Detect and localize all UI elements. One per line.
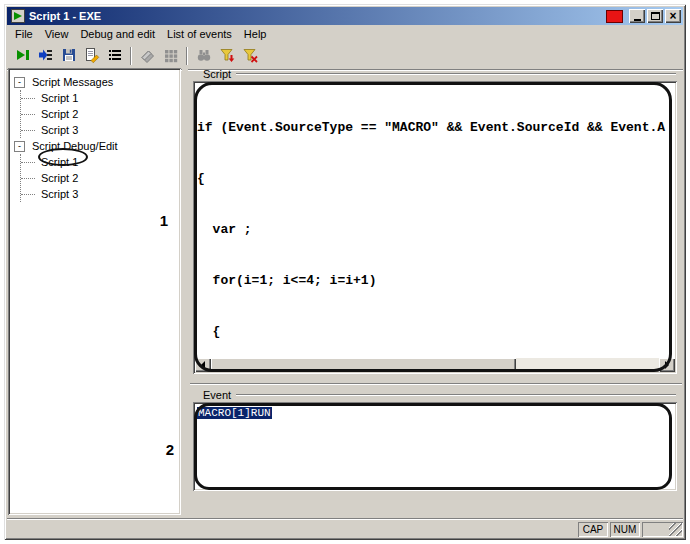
code-line: for(i=1; i<=4; i=i+1) (197, 272, 675, 289)
minimize-button[interactable] (629, 9, 645, 23)
section-divider-line (236, 394, 676, 396)
grid-icon (163, 47, 179, 66)
arrow-left-icon (197, 361, 205, 369)
caps-lock-indicator: CAP (578, 522, 608, 537)
screen: Script 1 - EXE × File View Debug and edi… (0, 0, 690, 544)
window-title: Script 1 - EXE (29, 10, 606, 22)
scrollbar-thumb[interactable] (211, 358, 516, 372)
close-button[interactable]: × (665, 9, 681, 23)
resize-grip[interactable] (669, 523, 682, 536)
script-tree-panel: - Script Messages Script 1 Script 2 Scri… (8, 68, 181, 515)
menubar: File View Debug and edit List of events … (7, 25, 683, 43)
search-button[interactable] (192, 45, 215, 67)
tree-item-debug-script-3[interactable]: Script 3 (39, 188, 80, 200)
horizontal-scrollbar[interactable] (195, 358, 675, 372)
event-list-button[interactable] (103, 45, 126, 67)
minimize-icon (634, 19, 641, 21)
collapse-toggle[interactable]: - (14, 77, 25, 88)
erase-button[interactable] (136, 45, 159, 67)
script-code-editor[interactable]: if (Event.SourceType == "MACRO" && Event… (193, 81, 677, 374)
event-section-header: Event (194, 388, 678, 401)
menu-file[interactable]: File (9, 26, 39, 42)
menu-list-of-events[interactable]: List of events (161, 26, 238, 42)
statusbar: CAP NUM (7, 518, 683, 537)
code-line: if (Event.SourceType == "MACRO" && Event… (197, 119, 675, 136)
goto-line-button[interactable] (34, 45, 57, 67)
script-section-header: Script (194, 67, 678, 80)
titlebar[interactable]: Script 1 - EXE × (7, 7, 683, 25)
goto-line-icon (38, 47, 54, 66)
num-lock-indicator: NUM (610, 522, 640, 537)
tree-item-debug-script-1[interactable]: Script 1 (39, 156, 80, 168)
tree-item-debug-script-2[interactable]: Script 2 (39, 172, 80, 184)
menu-help[interactable]: Help (238, 26, 273, 42)
grid-button[interactable] (159, 45, 182, 67)
code-line: { (197, 170, 675, 187)
edit-script-icon (84, 47, 100, 66)
app-window: Script 1 - EXE × File View Debug and edi… (4, 4, 686, 540)
search-icon (196, 47, 212, 66)
toolbar-separator (186, 47, 188, 65)
tree-item-messages-script-3[interactable]: Script 3 (39, 124, 80, 136)
tree-group-script-messages[interactable]: Script Messages (30, 76, 115, 88)
script-code: if (Event.SourceType == "MACRO" && Event… (197, 85, 675, 357)
event-section-label: Event (203, 389, 231, 401)
script-event-divider (190, 383, 682, 385)
filter-icon (219, 47, 235, 66)
edit-script-button[interactable] (80, 45, 103, 67)
record-indicator (606, 10, 623, 23)
tree-item-messages-script-2[interactable]: Script 2 (39, 108, 80, 120)
toolbar (7, 43, 683, 70)
save-button[interactable] (57, 45, 80, 67)
script-section-label: Script (203, 68, 231, 80)
clear-filter-button[interactable] (238, 45, 261, 67)
clear-filter-icon (242, 47, 258, 66)
event-list-icon (107, 47, 123, 66)
filter-button[interactable] (215, 45, 238, 67)
event-selected-text[interactable]: MACRO[1]RUN (197, 407, 272, 419)
scroll-right-button[interactable] (659, 358, 675, 372)
close-icon: × (669, 11, 676, 21)
app-icon (11, 9, 25, 23)
toolbar-separator (130, 47, 132, 65)
panel-splitter[interactable] (182, 68, 188, 515)
tree-group-script-debug-edit[interactable]: Script Debug/Edit (30, 140, 120, 152)
run-script-icon (15, 47, 31, 66)
tree-item-messages-script-1[interactable]: Script 1 (39, 92, 80, 104)
erase-icon (140, 47, 156, 66)
maximize-button[interactable] (647, 9, 663, 23)
menu-view[interactable]: View (39, 26, 75, 42)
menu-debug-and-edit[interactable]: Debug and edit (74, 26, 161, 42)
section-divider-line (236, 73, 676, 75)
scrollbar-track[interactable] (211, 358, 659, 372)
arrow-right-icon (665, 361, 673, 369)
code-line: var ; (197, 221, 675, 238)
script-tree: - Script Messages Script 1 Script 2 Scri… (8, 68, 181, 204)
event-input[interactable]: MACRO[1]RUN (193, 402, 677, 491)
code-line: { (197, 323, 675, 340)
save-icon (61, 47, 77, 66)
scroll-left-button[interactable] (195, 358, 211, 372)
maximize-icon (651, 12, 660, 20)
run-script-button[interactable] (11, 45, 34, 67)
collapse-toggle[interactable]: - (14, 141, 25, 152)
